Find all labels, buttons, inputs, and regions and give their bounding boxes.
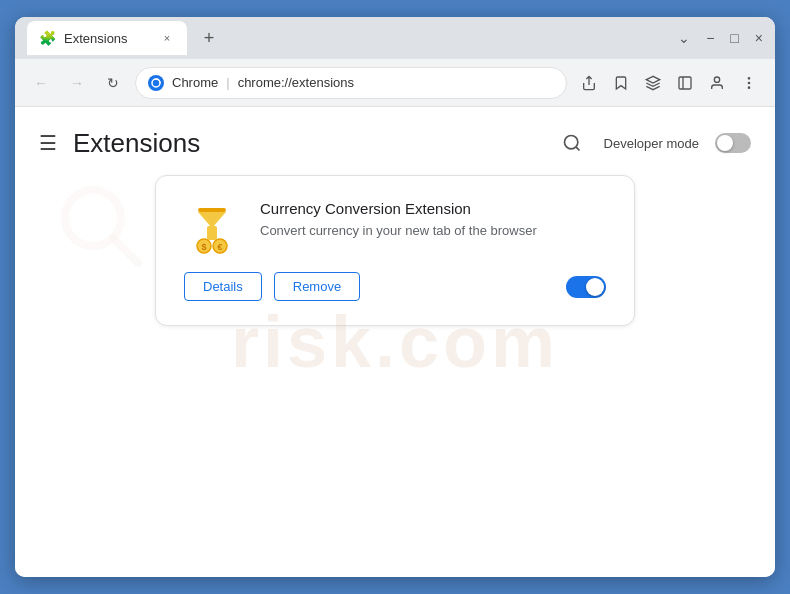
url-separator: | xyxy=(226,75,229,90)
sidebar-icon[interactable] xyxy=(671,69,699,97)
svg-point-3 xyxy=(714,77,719,82)
extensions-icon[interactable] xyxy=(639,69,667,97)
active-tab[interactable]: 🧩 Extensions × xyxy=(27,21,187,55)
extension-description: Convert currency in your new tab of the … xyxy=(260,223,606,238)
site-favicon xyxy=(148,75,164,91)
url-bar[interactable]: Chrome | chrome://extensions xyxy=(135,67,567,99)
extensions-header: ☰ Extensions Developer mode xyxy=(15,107,775,175)
card-top: $ € Currency Conversion Extension Conver… xyxy=(184,200,606,256)
tab-title: Extensions xyxy=(64,31,128,46)
tab-favicon-icon: 🧩 xyxy=(39,30,56,46)
window-controls: ⌄ − □ × xyxy=(678,30,763,46)
close-button[interactable]: × xyxy=(755,30,763,46)
new-tab-button[interactable]: + xyxy=(195,24,223,52)
refresh-button[interactable]: ↻ xyxy=(99,69,127,97)
developer-mode-toggle[interactable] xyxy=(715,133,751,153)
svg-point-9 xyxy=(564,136,577,149)
extension-info: Currency Conversion Extension Convert cu… xyxy=(260,200,606,238)
address-bar: ← → ↻ Chrome | chrome://extensions xyxy=(15,59,775,107)
forward-button[interactable]: → xyxy=(63,69,91,97)
card-bottom: Details Remove xyxy=(184,272,606,301)
browser-window: 🧩 Extensions × + ⌄ − □ × ← → ↻ Chrome | … xyxy=(15,17,775,577)
maximize-button[interactable]: □ xyxy=(730,30,738,46)
back-button[interactable]: ← xyxy=(27,69,55,97)
svg-rect-1 xyxy=(679,77,691,89)
extensions-list: $ € Currency Conversion Extension Conver… xyxy=(15,175,775,326)
extension-toggle-knob xyxy=(586,278,604,296)
remove-button[interactable]: Remove xyxy=(274,272,360,301)
bookmark-icon[interactable] xyxy=(607,69,635,97)
share-icon[interactable] xyxy=(575,69,603,97)
toolbar-icons xyxy=(575,69,763,97)
tab-close-button[interactable]: × xyxy=(159,30,175,46)
minimize-button[interactable]: − xyxy=(706,30,714,46)
svg-point-4 xyxy=(748,77,749,78)
svg-point-6 xyxy=(748,87,749,88)
page-content: risk.com ☰ Extensions Developer mode xyxy=(15,107,775,577)
svg-text:€: € xyxy=(217,242,222,252)
url-address: chrome://extensions xyxy=(238,75,354,90)
hamburger-menu-icon[interactable]: ☰ xyxy=(39,133,57,153)
extension-icon: $ € xyxy=(184,200,240,256)
developer-mode-label: Developer mode xyxy=(604,136,699,151)
search-button[interactable] xyxy=(556,127,588,159)
svg-rect-10 xyxy=(198,208,226,212)
extension-toggle[interactable] xyxy=(566,276,606,298)
extension-card: $ € Currency Conversion Extension Conver… xyxy=(155,175,635,326)
menu-icon[interactable] xyxy=(735,69,763,97)
profile-icon[interactable] xyxy=(703,69,731,97)
svg-marker-11 xyxy=(198,212,226,228)
details-button[interactable]: Details xyxy=(184,272,262,301)
title-bar: 🧩 Extensions × + ⌄ − □ × xyxy=(15,17,775,59)
chevron-down-icon[interactable]: ⌄ xyxy=(678,30,690,46)
toggle-knob xyxy=(717,135,733,151)
svg-text:$: $ xyxy=(201,242,206,252)
svg-point-5 xyxy=(748,82,749,83)
page-title: Extensions xyxy=(73,128,540,159)
url-site-name: Chrome xyxy=(172,75,218,90)
svg-rect-12 xyxy=(207,226,217,240)
extension-name: Currency Conversion Extension xyxy=(260,200,606,217)
